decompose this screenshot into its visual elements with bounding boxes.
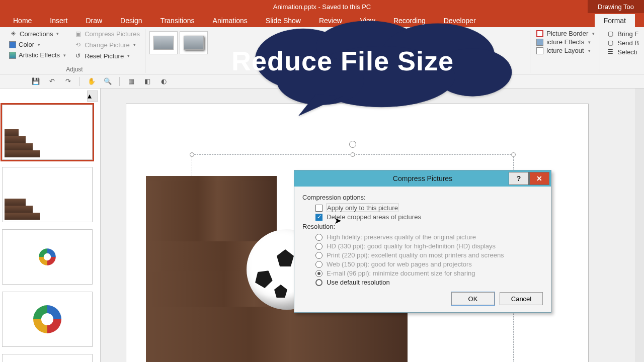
send-backward-button[interactable]: ▢Send B [605, 38, 640, 47]
zoom-icon[interactable]: 🔍 [102, 76, 113, 87]
artistic-icon [9, 52, 16, 59]
align-button[interactable]: ▦ [126, 76, 137, 87]
radio-icon[interactable] [315, 279, 323, 286]
tab-home[interactable]: Home [4, 14, 41, 27]
group-label-adjust: Adjust [8, 66, 141, 73]
checkbox-icon[interactable] [315, 205, 323, 212]
picture-effects-button[interactable]: icture Effects▾ [535, 38, 596, 46]
cursor-icon: ➤ [334, 215, 342, 226]
chevron-down-icon: ▾ [56, 31, 59, 36]
chevron-down-icon: ▾ [127, 53, 130, 58]
send-backward-icon: ▢ [606, 39, 614, 47]
cancel-button[interactable]: Cancel [500, 292, 543, 305]
compress-pictures-button[interactable]: ▣Compress Pictures [73, 29, 141, 38]
vertical-scrollbar[interactable] [635, 88, 644, 362]
selection-icon: ☰ [606, 48, 614, 56]
chevron-down-icon: ▾ [592, 31, 595, 36]
slide-thumbnail[interactable] [2, 167, 93, 222]
slide-thumbnail[interactable] [2, 105, 93, 160]
picture-layout-button[interactable]: icture Layout▾ [535, 46, 596, 55]
chevron-down-icon: ▾ [63, 53, 66, 58]
radio-print: Print (220 ppi): excellent quality on mo… [315, 251, 543, 259]
slide-thumbnail[interactable] [2, 229, 93, 285]
compression-options-header: Compression options: [302, 194, 543, 201]
delete-cropped-checkbox-row[interactable]: Delete cropped areas of pictures [315, 213, 543, 221]
resize-handle[interactable] [511, 152, 516, 157]
title-bar: Animation.pptx - Saved to this PC Drawin… [0, 0, 644, 13]
chevron-down-icon: ▾ [133, 42, 136, 47]
border-icon [536, 30, 543, 37]
tab-design[interactable]: Design [111, 14, 151, 27]
tab-draw[interactable]: Draw [76, 14, 111, 27]
effects-icon [536, 39, 543, 46]
radio-web: Web (150 ppi): good for web pages and pr… [315, 260, 543, 268]
dialog-title-bar[interactable]: Compress Pictures ? ✕ [294, 170, 551, 187]
tab-format[interactable]: Format [595, 14, 635, 27]
radio-icon [315, 252, 323, 259]
document-title: Animation.pptx - Saved to this PC [273, 3, 371, 11]
style-thumb[interactable] [149, 31, 178, 54]
tab-transitions[interactable]: Transitions [151, 14, 204, 27]
chevron-down-icon: ▾ [38, 42, 40, 47]
style-thumb[interactable] [180, 31, 208, 54]
color-icon [9, 41, 16, 48]
apply-only-checkbox-row[interactable]: Apply only to this picture [315, 204, 543, 212]
ok-button[interactable]: OK [451, 292, 495, 305]
contextual-tools-label: Drawing Too [588, 0, 644, 13]
slide-thumbnail-panel[interactable]: ▴ [0, 88, 101, 362]
ribbon-group-adjust: ☀Corrections▾ Color▾ Artistic Effects▾ ▣… [4, 29, 145, 73]
change-picture-button[interactable]: ⟲Change Picture▾ [73, 40, 141, 49]
ribbon-group-arrange: ▢Bring F ▢Send B ☰Selecti [600, 29, 644, 73]
radio-hd: HD (330 ppi): good quality for high-defi… [315, 242, 543, 250]
save-button[interactable]: 💾 [30, 76, 41, 87]
change-picture-icon: ⟲ [74, 41, 82, 49]
scroll-up-button[interactable]: ▴ [87, 90, 98, 102]
color-button[interactable]: Color▾ [8, 40, 67, 49]
slide-thumbnail[interactable] [2, 354, 93, 362]
artistic-effects-button[interactable]: Artistic Effects▾ [8, 51, 67, 59]
radio-icon[interactable] [315, 270, 323, 277]
dialog-body: Compression options: Apply only to this … [294, 187, 551, 312]
bring-forward-button[interactable]: ▢Bring F [605, 29, 640, 38]
tab-insert[interactable]: Insert [41, 14, 76, 27]
picture-border-button[interactable]: Picture Border▾ [535, 29, 596, 38]
bring-forward-icon: ▢ [606, 30, 614, 38]
corrections-button[interactable]: ☀Corrections▾ [8, 29, 67, 38]
compress-icon: ▣ [74, 30, 82, 38]
apply-only-label: Apply only to this picture [327, 204, 398, 212]
radio-email[interactable]: E-mail (96 ppi): minimize document size … [315, 269, 543, 277]
radio-icon [315, 234, 323, 241]
reset-picture-button[interactable]: ↺Reset Picture▾ [73, 51, 141, 60]
selection-pane-button[interactable]: ☰Selecti [605, 47, 640, 56]
radio-icon [315, 261, 323, 268]
chevron-down-icon: ▾ [588, 48, 591, 53]
chevron-down-icon: ▾ [588, 40, 591, 45]
dialog-help-button[interactable]: ? [509, 172, 529, 185]
compress-pictures-dialog: Compress Pictures ? ✕ Compression option… [294, 170, 551, 313]
slide-thumbnail[interactable] [2, 292, 93, 347]
radio-high-fidelity: High fidelity: preserves quality of the … [315, 233, 543, 241]
dialog-title: Compress Pictures [393, 174, 452, 183]
layout-icon [536, 47, 543, 54]
callout-text: Reduce File Size [231, 45, 513, 76]
reset-icon: ↺ [74, 52, 82, 60]
contrast-button[interactable]: ◐ [158, 76, 169, 87]
shapes-button[interactable]: ◧ [142, 76, 153, 87]
radio-icon [315, 243, 323, 250]
brightness-icon: ☀ [9, 30, 17, 38]
redo-button[interactable]: ↷ [62, 76, 73, 87]
checkbox-icon[interactable] [315, 214, 323, 221]
radio-default[interactable]: Use default resolution [315, 279, 543, 286]
undo-button[interactable]: ↶ [46, 76, 57, 87]
dialog-close-button[interactable]: ✕ [529, 172, 549, 185]
ribbon-group-picture-options: Picture Border▾ icture Effects▾ icture L… [530, 29, 600, 73]
touch-mode-button[interactable]: ✋ [86, 76, 97, 87]
